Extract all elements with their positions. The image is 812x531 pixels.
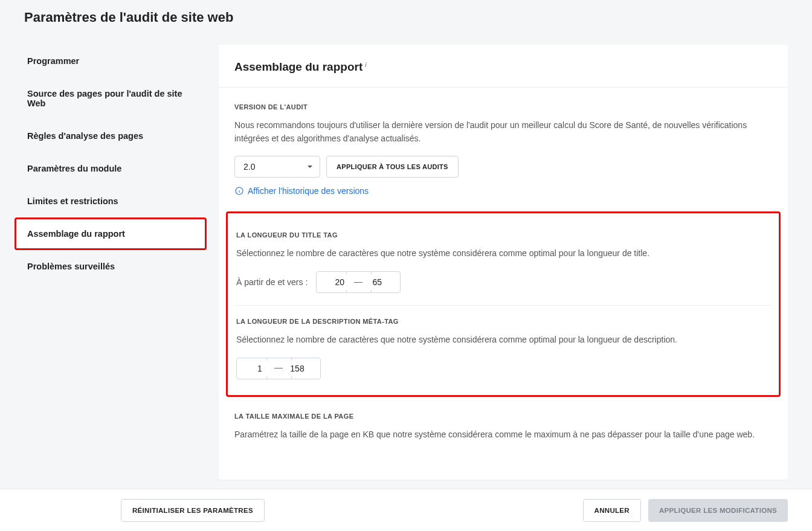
title-tag-to-value[interactable]: 65: [362, 277, 392, 287]
title-tag-range-input[interactable]: 20 65: [316, 271, 401, 293]
meta-desc-label: LA LONGUEUR DE LA DESCRIPTION MÉTA-TAG: [236, 318, 770, 325]
sidebar-item-monitored-issues[interactable]: Problèmes surveillés: [14, 250, 207, 283]
settings-panel: Assemblage du rapport i VERSION DE L'AUD…: [219, 45, 788, 480]
page-size-description: Paramétrez la taille de la page en KB qu…: [234, 428, 772, 442]
panel-heading-text: Assemblage du rapport: [234, 60, 362, 74]
sidebar-item-module-settings[interactable]: Paramètres du module: [14, 152, 207, 185]
title-tag-from-value[interactable]: 20: [325, 277, 354, 287]
range-dash-icon: [354, 282, 362, 283]
version-history-link[interactable]: Afficher l'historique des versions: [234, 186, 369, 196]
info-icon[interactable]: i: [365, 61, 366, 68]
audit-version-description: Nous recommandons toujours d'utiliser la…: [234, 119, 772, 145]
meta-desc-from-value[interactable]: 1: [245, 364, 274, 373]
sidebar-item-analysis-rules[interactable]: Règles d'analyse des pages: [14, 120, 207, 152]
title-tag-range-label: À partir de et vers :: [236, 277, 308, 287]
sidebar-item-page-source[interactable]: Source des pages pour l'audit de site We…: [14, 77, 207, 120]
page-size-label: LA TAILLE MAXIMALE DE LA PAGE: [234, 413, 772, 420]
meta-desc-description: Sélectionnez le nombre de caractères que…: [236, 333, 770, 347]
highlight-box: LA LONGUEUR DU TITLE TAG Sélectionnez le…: [226, 211, 781, 396]
info-circle-icon: [234, 186, 244, 196]
section-meta-description-length: LA LONGUEUR DE LA DESCRIPTION MÉTA-TAG S…: [235, 306, 772, 383]
sidebar-item-schedule[interactable]: Programmer: [14, 45, 207, 77]
section-max-page-size: LA TAILLE MAXIMALE DE LA PAGE Paramétrez…: [234, 397, 772, 459]
chevron-down-icon: [306, 163, 314, 170]
audit-version-value: 2.0: [243, 162, 255, 172]
version-history-text: Afficher l'historique des versions: [248, 186, 369, 196]
audit-version-select[interactable]: 2.0: [234, 156, 320, 178]
sidebar-item-limits[interactable]: Limites et restrictions: [14, 185, 207, 217]
settings-sidebar: Programmer Source des pages pour l'audit…: [14, 45, 207, 480]
reset-settings-button[interactable]: RÉINITIALISER LES PARAMÈTRES: [121, 499, 265, 522]
panel-heading: Assemblage du rapport i: [234, 60, 367, 74]
sidebar-item-report-assembly[interactable]: Assemblage du rapport: [14, 217, 207, 250]
title-tag-label: LA LONGUEUR DU TITLE TAG: [236, 231, 770, 239]
apply-changes-button: APPLIQUER LES MODIFICATIONS: [648, 499, 788, 522]
section-audit-version: VERSION DE L'AUDIT Nous recommandons tou…: [219, 88, 788, 211]
meta-desc-range-input[interactable]: 1 158: [236, 358, 321, 379]
range-dash-icon: [274, 368, 283, 368]
footer-bar: RÉINITIALISER LES PARAMÈTRES ANNULER APP…: [0, 489, 812, 531]
apply-all-audits-button[interactable]: APPLIQUER À TOUS LES AUDITS: [326, 156, 459, 178]
cancel-button[interactable]: ANNULER: [583, 499, 641, 522]
section-title-tag-length: LA LONGUEUR DU TITLE TAG Sélectionnez le…: [235, 219, 772, 306]
title-tag-description: Sélectionnez le nombre de caractères que…: [236, 247, 770, 260]
meta-desc-to-value[interactable]: 158: [283, 364, 312, 373]
audit-version-label: VERSION DE L'AUDIT: [234, 103, 772, 111]
page-title: Paramètres de l'audit de site web: [0, 0, 812, 36]
